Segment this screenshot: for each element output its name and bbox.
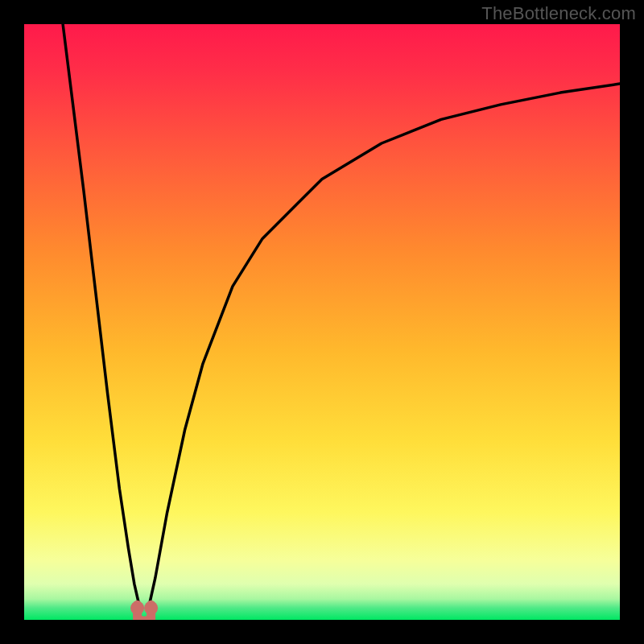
svg-rect-0 xyxy=(24,24,620,620)
chart-stage: TheBottleneck.com xyxy=(0,0,644,644)
attribution-text: TheBottleneck.com xyxy=(481,3,636,24)
plot-background xyxy=(24,24,620,620)
